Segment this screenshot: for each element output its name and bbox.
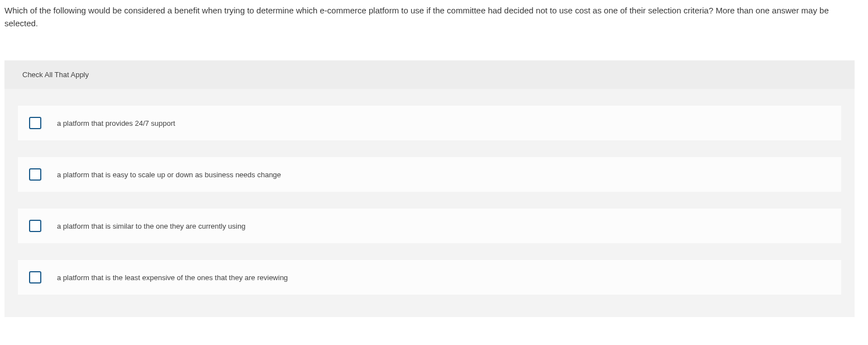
checkbox-option-2[interactable] — [29, 168, 41, 181]
checkbox-option-4[interactable] — [29, 271, 41, 283]
options-area: a platform that provides 24/7 support a … — [4, 89, 855, 295]
instruction-bar: Check All That Apply — [4, 60, 855, 89]
option-row: a platform that is the least expensive o… — [18, 260, 841, 295]
option-label: a platform that is similar to the one th… — [57, 222, 245, 230]
option-row: a platform that provides 24/7 support — [18, 106, 841, 140]
option-row: a platform that is easy to scale up or d… — [18, 157, 841, 192]
option-label: a platform that provides 24/7 support — [57, 119, 175, 127]
question-text: Which of the following would be consider… — [0, 0, 868, 30]
checkbox-option-3[interactable] — [29, 220, 41, 232]
answer-container: Check All That Apply a platform that pro… — [4, 60, 855, 317]
option-label: a platform that is the least expensive o… — [57, 273, 288, 282]
checkbox-option-1[interactable] — [29, 117, 41, 129]
option-label: a platform that is easy to scale up or d… — [57, 171, 281, 179]
option-row: a platform that is similar to the one th… — [18, 209, 841, 243]
